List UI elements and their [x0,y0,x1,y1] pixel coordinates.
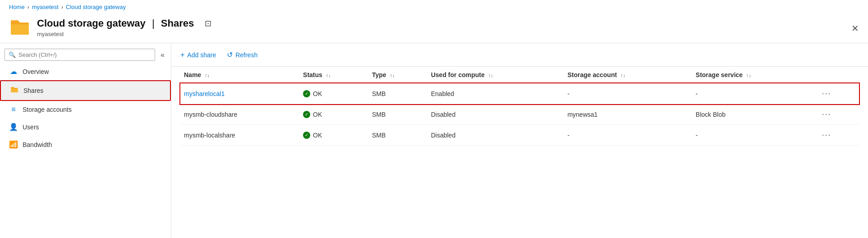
ellipsis-button[interactable]: ··· [819,129,834,141]
status-text: OK [313,132,322,139]
cell-status: ✓OK [299,125,368,146]
table-header-row: Name ↑↓ Status ↑↓ Type ↑↓ Used for com [180,67,859,83]
content-area: + Add share ↺ Refresh Name ↑↓ S [171,43,868,238]
sidebar-item-users[interactable]: 👤 Users [0,118,171,136]
cell-name: mysmb-localshare [180,125,299,146]
sidebar-item-overview[interactable]: ☁ Overview [0,63,171,80]
table-row[interactable]: mysmb-localshare✓OKSMBDisabled--··· [180,125,859,146]
cell-type: SMB [368,104,427,125]
user-icon: 👤 [9,123,18,131]
col-storage-service[interactable]: Storage service ↑↓ [692,67,816,83]
cell-actions[interactable]: ··· [816,83,859,104]
cell-storage-account: - [564,83,692,104]
shares-table: Name ↑↓ Status ↑↓ Type ↑↓ Used for com [180,67,859,146]
col-storage-account[interactable]: Storage account ↑↓ [564,67,692,83]
sidebar-item-storage-accounts-label: Storage accounts [23,106,72,113]
wifi-icon: 📶 [9,140,18,149]
table-row[interactable]: mysmb-cloudshare✓OKSMBDisabledmynewsa1Bl… [180,104,859,125]
sort-status-icon[interactable]: ↑↓ [326,73,331,78]
folder-nav-icon [10,86,19,96]
sort-storage-service-icon[interactable]: ↑↓ [746,73,751,78]
sort-name-icon[interactable]: ↑↓ [205,73,210,78]
sidebar: 🔍 « ☁ Overview Shares ≡ Storage accounts [0,43,171,238]
cell-type: SMB [368,125,427,146]
col-type[interactable]: Type ↑↓ [368,67,427,83]
sidebar-item-bandwidth[interactable]: 📶 Bandwidth [0,136,171,153]
refresh-button[interactable]: ↺ Refresh [227,49,257,61]
breadcrumb-resource[interactable]: myasetest [32,4,59,10]
add-icon: + [180,51,184,59]
cell-used-for-compute: Disabled [427,104,564,125]
cell-status: ✓OK [299,104,368,125]
close-button[interactable]: ✕ [851,24,859,33]
status-text: OK [313,111,322,118]
list-icon: ≡ [9,105,18,114]
cell-type: SMB [368,83,427,104]
add-share-label: Add share [187,51,216,59]
page-title: Cloud storage gateway | Shares [37,18,194,29]
cell-storage-service: - [692,83,816,104]
refresh-label: Refresh [235,51,257,59]
sidebar-item-bandwidth-label: Bandwidth [23,141,52,148]
breadcrumb-home[interactable]: Home [9,4,25,10]
ellipsis-button[interactable]: ··· [819,88,834,99]
cell-status: ✓OK [299,83,368,104]
search-bar-wrap: 🔍 « [0,47,171,63]
sort-compute-icon[interactable]: ↑↓ [488,73,493,78]
cloud-icon: ☁ [9,67,18,76]
ok-icon: ✓ [303,111,310,118]
title-pipe: | [152,18,155,29]
sidebar-item-shares[interactable]: Shares [0,80,171,101]
col-status[interactable]: Status ↑↓ [299,67,368,83]
cell-storage-account: - [564,125,692,146]
breadcrumb-chevron-1: › [28,4,29,10]
refresh-icon: ↺ [227,50,233,59]
ok-icon: ✓ [303,132,310,139]
sort-storage-account-icon[interactable]: ↑↓ [620,73,625,78]
cell-storage-service: - [692,125,816,146]
cell-used-for-compute: Disabled [427,125,564,146]
collapse-button[interactable]: « [159,49,166,61]
print-icon[interactable]: ⊡ [205,18,211,28]
sidebar-item-overview-label: Overview [23,68,49,75]
col-actions [816,67,859,83]
main-layout: 🔍 « ☁ Overview Shares ≡ Storage accounts [0,43,868,238]
search-icon: 🔍 [9,51,16,58]
cell-actions[interactable]: ··· [816,104,859,125]
breadcrumb: Home › myasetest › Cloud storage gateway [0,0,868,14]
cell-storage-account: mynewsa1 [564,104,692,125]
sort-type-icon[interactable]: ↑↓ [390,73,395,78]
breadcrumb-chevron-2: › [61,4,63,10]
breadcrumb-current[interactable]: Cloud storage gateway [66,4,126,10]
page-header: Cloud storage gateway | Shares ⊡ myasete… [0,14,868,43]
add-share-button[interactable]: + Add share [180,49,216,61]
table-row[interactable]: mysharelocal1✓OKSMBEnabled--··· [180,83,859,104]
folder-icon [9,17,31,38]
ellipsis-button[interactable]: ··· [819,109,834,120]
cell-actions[interactable]: ··· [816,125,859,146]
col-used-for-compute[interactable]: Used for compute ↑↓ [427,67,564,83]
cell-used-for-compute: Enabled [427,83,564,104]
col-name[interactable]: Name ↑↓ [180,67,299,83]
table-wrap: Name ↑↓ Status ↑↓ Type ↑↓ Used for com [171,67,868,238]
sidebar-item-storage-accounts[interactable]: ≡ Storage accounts [0,101,171,118]
page-title-group: Cloud storage gateway | Shares ⊡ myasete… [37,18,211,37]
sidebar-item-shares-label: Shares [23,87,43,94]
search-bar[interactable]: 🔍 [5,49,155,61]
status-text: OK [313,90,322,97]
cell-storage-service: Block Blob [692,104,816,125]
cell-name: mysmb-cloudshare [180,104,299,125]
cell-name: mysharelocal1 [180,83,299,104]
page-subtitle: myasetest [37,31,211,37]
ok-icon: ✓ [303,90,310,97]
sidebar-item-users-label: Users [23,124,39,131]
toolbar: + Add share ↺ Refresh [171,43,868,67]
search-input[interactable] [18,51,151,58]
